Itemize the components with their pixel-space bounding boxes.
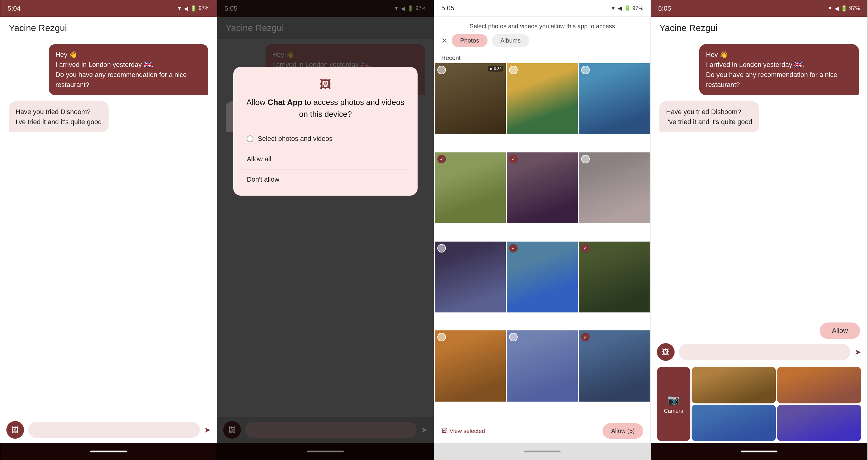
battery-icon-4: 🔋 [841,5,847,12]
received-message-4: Have you tried Dishoom?I've tried it and… [659,101,759,132]
received-message-1: Have you tried Dishoom?I've tried it and… [9,101,108,132]
chat-area-4: Hey 👋I arrived in London yesterday 🇬🇧.Do… [651,39,867,319]
video-badge-1: ▶ 0:35 [488,66,503,71]
dialog-options: Select photos and videos Allow all Don't… [242,129,409,189]
photo-check-12: ✓ [581,333,590,341]
battery-icon-3: 🔋 [624,5,630,11]
battery-icon: 🔋 [190,5,197,12]
send-button-1[interactable]: ➤ [204,425,211,435]
photo-cell-7[interactable] [435,242,506,312]
photo-cell-3[interactable] [579,63,650,134]
dialog-icon: 🖼 [320,78,331,91]
photo-check-3 [581,66,590,74]
allow-all-option[interactable]: Allow all [242,149,409,169]
bottom-bar-1: 🖼 ➤ [0,417,217,443]
message-input-1[interactable] [28,422,200,438]
photo-check-8: ✓ [509,244,518,252]
thumb-cell-3[interactable] [691,405,776,441]
nav-indicator-1 [90,451,127,452]
status-bar-1: 5:04 ▼ ◀ 🔋 97% [0,0,217,17]
permission-dialog: 🖼 Allow Chat App to access photos and vi… [233,67,417,195]
dialog-title: Allow Chat App to access photos and vide… [242,96,409,120]
photo-cell-11[interactable] [507,330,578,401]
photo-check-6 [581,155,590,163]
photo-cell-10[interactable] [435,330,506,401]
status-bar-3: 5:05 ▼ ◀ 🔋 97% [434,0,651,17]
phone-1: 5:04 ▼ ◀ 🔋 97% Yacine Rezgui Hey 👋I arri… [0,0,217,460]
albums-tab[interactable]: Albums [492,34,529,47]
status-icons-1: ▼ ◀ 🔋 97% [177,5,210,12]
select-photos-label: Select photos and videos [257,135,333,143]
signal-icon: ◀ [184,5,188,12]
picker-tabs: ✕ Photos Albums [441,34,643,47]
view-selected-icon: 🖼 [441,428,447,434]
gallery-button-4[interactable]: 🖼 [657,343,675,361]
battery-pct: 97% [198,5,210,11]
photo-cell-1[interactable]: ▶ 0:35 [435,63,506,134]
nav-bar-4 [651,443,867,460]
sent-message-1: Hey 👋I arrived in London yesterday 🇬🇧.Do… [49,44,208,95]
thumb-cell-4[interactable] [777,405,861,441]
nav-bar-3 [434,443,651,460]
photo-cell-2[interactable] [507,63,578,134]
dialog-overlay: 🖼 Allow Chat App to access photos and vi… [217,0,434,460]
select-photos-option[interactable]: Select photos and videos [242,129,409,149]
view-selected-label: View selected [450,428,485,434]
allow-selected-button[interactable]: Allow (5) [602,423,643,439]
thumb-cell-2[interactable] [777,367,861,403]
wifi-icon-3: ▼ [611,5,616,11]
nav-indicator-4 [741,451,777,452]
photos-tab[interactable]: Photos [452,34,488,47]
camera-label: Camera [664,408,683,415]
photo-cell-4[interactable]: ✓ [435,152,506,223]
battery-pct-4: 97% [849,5,860,11]
view-selected-btn[interactable]: 🖼 View selected [441,428,485,434]
status-bar-4: 5:05 ▼ ◀ 🔋 97% [651,0,867,17]
picker-title: Select photos and videos you allow this … [441,23,643,30]
photo-cell-12[interactable]: ✓ [579,330,650,401]
close-picker-button[interactable]: ✕ [441,36,447,45]
gallery-button-1[interactable]: 🖼 [6,421,24,439]
wifi-icon: ▼ [177,5,182,11]
gallery-icon-4: 🖼 [662,348,670,356]
wifi-icon-4: ▼ [827,5,833,11]
photo-check-1 [437,66,446,74]
chat-area-1: Hey 👋I arrived in London yesterday 🇬🇧.Do… [0,39,217,417]
status-time-1: 5:04 [8,5,21,12]
photo-cell-8[interactable]: ✓ [507,242,578,312]
sent-message-4: Hey 👋I arrived in London yesterday 🇬🇧.Do… [699,44,859,95]
battery-pct-3: 97% [632,5,643,11]
phone-2: 5:05 ▼ ◀ 🔋 97% Yacine Rezgui Hey 👋I arri… [217,0,434,460]
bottom-image-grid: 📷 Camera [651,365,867,443]
bottom-bar-4: 🖼 ➤ [651,339,867,365]
status-time-4: 5:05 [658,5,671,12]
photo-grid: ▶ 0:35 ✓ ✓ ✓ [434,63,651,419]
status-icons-3: ▼ ◀ 🔋 97% [611,5,643,11]
photo-check-7 [437,244,446,252]
send-button-4[interactable]: ➤ [855,347,861,357]
message-input-4[interactable] [679,344,850,360]
allow-all-label: Allow all [247,155,271,163]
camera-icon: 📷 [668,394,680,405]
status-icons-4: ▼ ◀ 🔋 97% [827,5,860,12]
thumb-cell-1[interactable] [691,367,776,403]
photo-cell-9[interactable]: ✓ [579,242,650,312]
signal-icon-3: ◀ [618,5,622,11]
photo-check-9: ✓ [581,244,590,252]
allow-button[interactable]: Allow [819,323,860,339]
chat-header-4: Yacine Rezgui [651,17,867,39]
camera-cell[interactable]: 📷 Camera [657,367,690,441]
status-time-3: 5:05 [441,4,454,12]
picker-footer: 🖼 View selected Allow (5) [434,419,651,443]
phone-3: 5:05 ▼ ◀ 🔋 97% Select photos and videos … [434,0,651,460]
photo-cell-6[interactable] [579,152,650,223]
section-label: Recent [434,52,651,63]
dont-allow-label: Don't allow [247,176,279,183]
photo-picker-header: Select photos and videos you allow this … [434,17,651,52]
allow-row: Allow [651,319,867,339]
phone-4: 5:05 ▼ ◀ 🔋 97% Yacine Rezgui Hey 👋I arri… [651,0,868,460]
photo-cell-5[interactable]: ✓ [507,152,578,223]
gallery-icon-1: 🖼 [11,426,19,434]
dont-allow-option[interactable]: Don't allow [242,169,409,189]
signal-icon-4: ◀ [835,5,839,12]
